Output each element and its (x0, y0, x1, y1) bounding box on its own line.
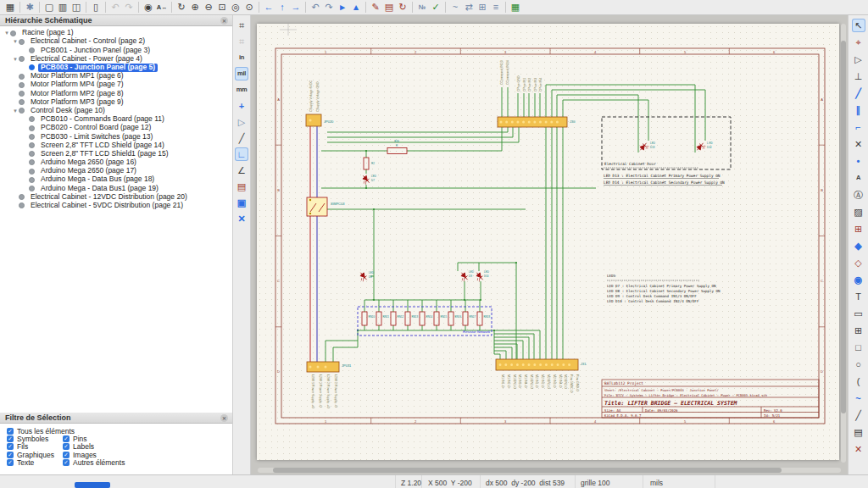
delete-tool[interactable]: ✕ (852, 442, 865, 456)
netlist-button[interactable]: ≡ (489, 1, 503, 14)
separator[interactable] (305, 2, 306, 13)
save-button[interactable]: ▦ (3, 1, 17, 14)
leds-note[interactable]: LEDS LED D7 : Electrical Cabinet Primary… (607, 274, 721, 303)
redo-button[interactable]: ↷ (122, 1, 136, 14)
simulator-button[interactable]: ~ (448, 1, 462, 14)
filter-checkbox[interactable]: ✓ Labels (63, 443, 125, 451)
erc-button[interactable]: ✓ (429, 1, 442, 14)
zoom-out-button[interactable]: ⊖ (202, 1, 215, 14)
connector-j30[interactable]: J30 CCommand IN1/3 CCommand IN2/4 CPow G… (498, 60, 576, 127)
directive-label-tool[interactable]: ◉ (852, 273, 865, 286)
resistor-r19[interactable]: R19 R (387, 140, 407, 154)
filter-checkbox[interactable]: ✓ Autres éléments (63, 459, 125, 467)
select-tool[interactable]: ↖ (852, 19, 865, 32)
draw-wire-tool[interactable]: ╱ (852, 86, 865, 100)
expand-arrow-icon[interactable]: ▾ (12, 38, 19, 45)
filter-checkbox[interactable]: ✓ Fils (7, 443, 63, 451)
units-mils-toggle[interactable]: mil (235, 67, 248, 80)
grid-visibility-toggle[interactable]: ⌗ (235, 19, 248, 32)
filter-checkbox[interactable]: ✓ Symboles (7, 435, 63, 442)
edit-symbol-button[interactable]: ✎ (369, 1, 382, 14)
text-tool[interactable]: T (852, 290, 865, 303)
wire-hv-toggle[interactable]: ∟ (235, 147, 248, 161)
separator[interactable] (445, 2, 446, 13)
undo-button[interactable]: ↶ (108, 1, 122, 14)
switch-swpc03[interactable]: SWPC03 (307, 197, 345, 216)
close-icon[interactable]: ✕ (220, 17, 228, 25)
wire-45-toggle[interactable]: ∠ (235, 164, 248, 177)
separator[interactable] (171, 2, 172, 13)
filter-all-checkbox[interactable]: ✓ Tous les éléments (7, 427, 232, 435)
rectangle-tool[interactable]: □ (852, 341, 865, 354)
separator[interactable] (86, 2, 86, 13)
annotate-auto-toggle[interactable]: ▤ (235, 180, 248, 193)
properties-panel-toggle[interactable]: ✕ (235, 212, 248, 225)
expand-arrow-icon[interactable]: ▾ (3, 30, 10, 36)
hierarchical-label-tool[interactable]: ▨ (852, 205, 865, 219)
connector-jp031[interactable]: JP031 L298 1 Power Supply +O L298 1 Powe… (307, 362, 352, 408)
print-button[interactable]: ▥ (56, 1, 70, 14)
tree-item[interactable]: Electrical Cabinet - 5VDC Distribution (… (0, 202, 232, 210)
find-replace-button[interactable]: A↔ (155, 1, 169, 14)
plot-button[interactable]: ◫ (70, 1, 83, 14)
wire-free-angle-toggle[interactable]: ╱ (235, 131, 248, 145)
vertical-scrollbar[interactable] (841, 24, 846, 463)
place-symbol-tool[interactable]: ▷ (852, 53, 865, 66)
horizontal-scrollbar[interactable] (258, 468, 841, 473)
schematic-setup-button[interactable]: ✱ (23, 1, 36, 14)
find-button[interactable]: ◉ (142, 1, 155, 14)
led-d8[interactable]: LED D8 (357, 271, 374, 283)
tree-item[interactable]: ▾ Electrical Cabinet - Control (page 2) (0, 37, 232, 46)
draw-bus-tool[interactable]: ∥ (852, 103, 865, 117)
zoom-in-button[interactable]: ⊕ (188, 1, 202, 14)
mirror-v-button[interactable]: ▴ (349, 1, 363, 14)
resistor-network[interactable]: RN10 RN11 RN12 RN13 RN14 RN15 RN16 RN17 … (358, 307, 492, 336)
zoom-selection-button[interactable]: ⊙ (242, 1, 256, 14)
filter-checkbox[interactable]: ✓ Texte (7, 459, 63, 467)
schematic-canvas[interactable]: 1 2 3 4 5 6 1 2 3 4 5 6 A B C D A B C D (251, 15, 848, 474)
separator[interactable] (138, 2, 139, 13)
connector-jp020[interactable]: JP020 CSupply Voltage 6VDC CSupply Volta… (306, 80, 334, 126)
separator[interactable] (365, 2, 366, 13)
separator[interactable] (505, 2, 506, 13)
open-pcb-editor-button[interactable]: ▦ (509, 1, 522, 14)
assign-footprints-button[interactable]: ⇄ (462, 1, 476, 14)
tree-item[interactable]: Arduino Mega - Data Bus (page 18) (0, 175, 232, 184)
rotate-cw-button[interactable]: ↷ (322, 1, 336, 14)
new-schematic-button[interactable]: ▢ (42, 1, 56, 14)
mirror-h-button[interactable]: ▸ (336, 1, 349, 14)
annotate-button[interactable]: № (415, 1, 429, 14)
cursor-shape-toggle[interactable]: + (235, 99, 248, 113)
paste-button[interactable]: ▯ (89, 1, 103, 14)
scrollbar-thumb[interactable] (841, 41, 846, 413)
units-mm-toggle[interactable]: mm (235, 83, 248, 97)
separator[interactable] (259, 2, 259, 13)
tree-item[interactable]: PCB030 - Limit Switches (page 13) (0, 132, 232, 141)
separator[interactable] (19, 2, 20, 13)
arc-tool[interactable]: ( (852, 374, 865, 388)
filter-checkbox[interactable]: ✓ Graphiques (7, 451, 63, 458)
nav-forward-button[interactable]: → (289, 1, 303, 14)
tree-item[interactable]: Motor Platform MP2 (page 8) (0, 89, 232, 97)
hidden-pins-toggle[interactable]: ▷ (235, 115, 248, 129)
expand-arrow-icon[interactable]: ▾ (12, 108, 19, 114)
grid-override-toggle[interactable]: ⌗ (235, 35, 248, 48)
text-box-tool[interactable]: ▭ (852, 307, 865, 320)
bus-entry-tool[interactable]: ⌐ (852, 120, 865, 134)
hierarchy-navigator-toggle[interactable]: ▣ (235, 196, 248, 209)
units-inches-toggle[interactable]: in (235, 51, 248, 64)
zoom-fit-button[interactable]: ◎ (229, 1, 242, 14)
bom-button[interactable]: ⊞ (476, 1, 489, 14)
led-d7[interactable]: LED D7 (359, 174, 376, 186)
image-tool[interactable]: ▤ (852, 425, 865, 439)
expand-arrow-icon[interactable]: ▾ (12, 56, 19, 63)
nav-back-button[interactable]: ← (262, 1, 275, 14)
schematic-page[interactable]: 1 2 3 4 5 6 1 2 3 4 5 6 A B C D A B C D (257, 24, 839, 460)
close-icon[interactable]: ✕ (220, 414, 228, 422)
highlight-net-tool[interactable]: ⌖ (852, 36, 865, 49)
nav-up-button[interactable]: ↑ (275, 1, 289, 14)
separator[interactable] (412, 2, 413, 13)
filter-checkbox[interactable]: ✓ Images (63, 451, 125, 458)
zoom-page-button[interactable]: ⊡ (215, 1, 229, 14)
connector-j31[interactable]: J31 M1 IN1-O M1 IN2-O M1 EN1-O M1 IN3-O … (496, 359, 587, 393)
